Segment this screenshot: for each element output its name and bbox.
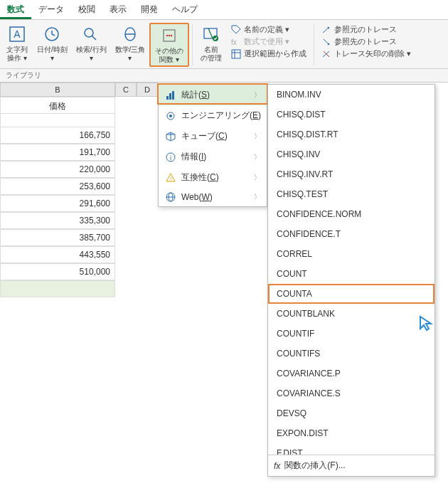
function-item[interactable]: BINOM.INV — [268, 85, 434, 105]
cube-icon — [164, 132, 177, 142]
submenu-engineering[interactable]: エンジニアリング(E)〉 — [159, 105, 267, 126]
submenu-information[interactable]: i 情報(I)〉 — [159, 147, 267, 167]
date-time-label: 日付/時刻▾ — [37, 46, 68, 63]
more-functions-button[interactable]: その他の関数 ▾ — [149, 23, 189, 67]
tab-review[interactable]: 校閲 — [71, 0, 102, 19]
trace-dependents-button[interactable]: 参照先のトレース — [321, 36, 411, 47]
svg-point-29 — [169, 115, 172, 117]
trace-dep-icon — [321, 37, 331, 47]
svg-text:!: ! — [170, 176, 171, 182]
mouse-cursor-icon — [418, 314, 437, 333]
tag-icon — [231, 25, 241, 35]
function-item[interactable]: COUNT — [268, 264, 434, 284]
cell-price[interactable]: 335,300 — [0, 212, 115, 229]
cell-result[interactable] — [0, 280, 115, 297]
cell-price[interactable]: 291,600 — [0, 195, 115, 212]
more-functions-submenu: 統計(S)〉 エンジニアリング(E)〉 キューブ(C)〉 i 情報(I)〉 ! … — [158, 84, 267, 207]
define-name-button[interactable]: 名前の定義 ▾ — [231, 24, 306, 35]
function-item[interactable]: CHISQ.TEST — [268, 184, 434, 204]
cell-price[interactable]: 443,550 — [0, 246, 115, 263]
lookup-label: 検索/行列▾ — [76, 46, 107, 63]
function-item[interactable]: COVARIANCE.S — [268, 383, 434, 403]
col-header-c[interactable]: C — [115, 83, 137, 97]
svg-line-4 — [52, 34, 55, 36]
function-item[interactable]: CONFIDENCE.NORM — [268, 204, 434, 224]
function-item[interactable]: CONFIDENCE.T — [268, 224, 434, 244]
function-item[interactable]: CHISQ.INV.RT — [268, 164, 434, 184]
svg-line-6 — [92, 36, 96, 40]
text-functions-label: 文字列操作 ▾ — [6, 46, 28, 63]
svg-rect-16 — [232, 50, 240, 58]
tab-data[interactable]: データ — [31, 0, 71, 19]
math-button[interactable]: 数学/三角▾ — [111, 23, 150, 67]
svg-text:fx: fx — [231, 38, 237, 46]
cell-price[interactable]: 385,700 — [0, 229, 115, 246]
remove-arrows-icon — [321, 49, 331, 59]
fx-icon: fx — [231, 37, 241, 47]
function-item[interactable]: CHISQ.DIST — [268, 105, 434, 124]
submenu-cube[interactable]: キューブ(C)〉 — [159, 126, 267, 147]
function-item[interactable]: COUNTIF — [268, 324, 434, 344]
svg-text:i: i — [170, 154, 171, 161]
fx-icon: fx — [274, 461, 280, 471]
ribbon-group-label: ライブラリ — [0, 69, 448, 83]
function-item[interactable]: COVARIANCE.P — [268, 364, 434, 383]
col-header-d[interactable]: D — [137, 83, 158, 97]
use-in-formula-button: fx数式で使用 ▾ — [231, 36, 306, 47]
cell-price[interactable]: 253,600 — [0, 178, 115, 195]
function-item[interactable]: EXPON.DIST — [268, 423, 434, 443]
tab-formulas[interactable]: 数式 — [0, 0, 31, 19]
tab-developer[interactable]: 開発 — [134, 0, 165, 19]
more-functions-label: その他の関数 ▾ — [155, 47, 183, 64]
ribbon: A 文字列操作 ▾ 日付/時刻▾ 検索/行列▾ 数学/三角▾ その他の関数 ▾ … — [0, 20, 448, 69]
tab-help[interactable]: ヘルプ — [165, 0, 205, 19]
info-icon: i — [164, 152, 177, 162]
submenu-web[interactable]: Web(W)〉 — [159, 188, 267, 206]
name-manager-label: 名前の管理 — [201, 46, 222, 63]
function-item[interactable]: F.DIST — [268, 443, 434, 455]
create-from-selection-button[interactable]: 選択範囲から作成 — [231, 48, 306, 59]
name-manager-button[interactable]: 名前の管理 — [196, 23, 227, 67]
svg-rect-26 — [169, 93, 171, 100]
price-header-cell[interactable]: 価格 — [0, 97, 115, 114]
svg-text:A: A — [14, 28, 21, 40]
cell-price[interactable]: 220,000 — [0, 161, 115, 178]
text-functions-button[interactable]: A 文字列操作 ▾ — [1, 23, 33, 67]
function-item[interactable]: COUNTA — [268, 284, 434, 304]
function-item[interactable]: CORREL — [268, 244, 434, 264]
globe-icon — [164, 192, 177, 202]
lookup-icon — [80, 24, 102, 44]
insert-function-link[interactable]: fx 関数の挿入(F)... — [268, 455, 434, 476]
more-icon — [158, 26, 181, 46]
cell-price[interactable]: 510,000 — [0, 263, 115, 280]
cell-price[interactable]: 191,700 — [0, 144, 115, 161]
clock-icon — [41, 24, 63, 44]
function-item[interactable]: COUNTBLANK — [268, 304, 434, 324]
svg-point-11 — [169, 35, 170, 36]
tab-view[interactable]: 表示 — [102, 0, 134, 19]
function-item[interactable]: COUNTIFS — [268, 344, 434, 364]
grid-icon — [231, 49, 241, 59]
function-list-popup: BINOM.INVCHISQ.DISTCHISQ.DIST.RTCHISQ.IN… — [267, 84, 435, 477]
stats-icon — [164, 90, 177, 100]
trace-prec-icon — [321, 25, 331, 35]
math-label: 数学/三角▾ — [115, 46, 146, 63]
function-item[interactable]: CHISQ.DIST.RT — [268, 124, 434, 144]
ribbon-tabs: 数式 データ 校閲 表示 開発 ヘルプ — [0, 0, 448, 20]
date-time-button[interactable]: 日付/時刻▾ — [33, 23, 72, 67]
function-item[interactable]: DEVSQ — [268, 403, 434, 423]
cell-price[interactable]: 166,750 — [0, 127, 115, 144]
svg-point-12 — [171, 35, 172, 36]
trace-precedents-button[interactable]: 参照元のトレース — [321, 24, 411, 35]
col-header-b[interactable]: B — [0, 83, 115, 97]
svg-rect-25 — [166, 96, 169, 100]
submenu-statistics[interactable]: 統計(S)〉 — [159, 85, 267, 105]
lookup-button[interactable]: 検索/行列▾ — [72, 23, 111, 67]
gear-icon — [164, 111, 177, 121]
function-item[interactable]: CHISQ.INV — [268, 144, 434, 164]
text-icon: A — [6, 24, 28, 44]
name-manager-icon — [200, 24, 223, 44]
theta-icon — [119, 24, 142, 44]
submenu-compatibility[interactable]: ! 互換性(C)〉 — [159, 167, 267, 188]
remove-arrows-button[interactable]: トレース矢印の削除 ▾ — [321, 48, 411, 59]
